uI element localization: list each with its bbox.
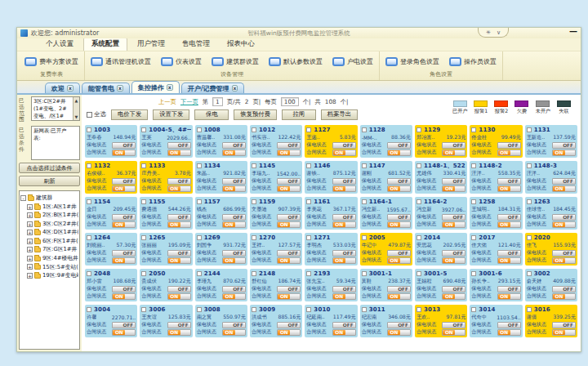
card-checkbox[interactable] — [416, 235, 421, 240]
expand-icon[interactable]: + — [27, 256, 33, 261]
select-all-checkbox[interactable] — [87, 112, 92, 118]
card-checkbox[interactable] — [362, 307, 367, 312]
power-protect-toggle[interactable]: OFF — [167, 178, 191, 185]
switch-status-toggle[interactable]: ON — [552, 329, 576, 336]
power-protect-toggle[interactable]: OFF — [497, 178, 521, 185]
document-tab[interactable]: 开户/记费管理 x — [181, 83, 245, 93]
next-page-link[interactable]: 下一页 — [180, 98, 198, 106]
switch-status-toggle[interactable]: ON — [387, 150, 411, 156]
card-checkbox[interactable] — [306, 271, 311, 276]
chevron-down-icon[interactable]: ∨ — [497, 29, 501, 36]
meter-card[interactable]: 3001-5 王娟程 690.48元 保电状态 OFF 合闸状态 ON — [415, 269, 467, 301]
switch-status-toggle[interactable]: ON — [277, 221, 301, 228]
meter-card[interactable]: 3014 代奇中 1103.54.. 保电状态 OFF 合闸状态 ON — [470, 305, 522, 337]
meter-card[interactable]: 3010 纪延南.. 117.49元 保电状态 OFF 合闸状态 ON — [305, 305, 357, 337]
style-icon[interactable]: ✳ — [486, 29, 491, 36]
card-checkbox[interactable] — [197, 199, 202, 204]
expand-icon[interactable]: + — [27, 273, 33, 279]
meter-card[interactable]: 3016 谢倩 339.25元 保电状态 OFF 合闸状态 ON — [525, 305, 577, 337]
card-checkbox[interactable] — [471, 163, 476, 168]
selected-range-listbox[interactable]: ▲ ▼ 3区:C区2#井(1#变电、2#变电、/区1# — [31, 96, 80, 121]
meter-card[interactable]: 1263 佳球雪.. 184.45元 保电状态 OFF 合闸状态 ON — [525, 197, 577, 230]
listbox-scrollbar[interactable]: ▲ ▼ — [73, 97, 79, 120]
switch-status-toggle[interactable]: ON — [332, 150, 356, 156]
power-protect-toggle[interactable]: OFF — [222, 322, 246, 328]
ribbon-button[interactable]: 默认参数设置 — [267, 56, 324, 67]
switch-status-toggle[interactable]: ON — [277, 185, 301, 192]
power-protect-toggle[interactable]: OFF — [277, 142, 301, 149]
action-button[interactable]: 电价下发 — [111, 109, 148, 120]
ribbon-button[interactable]: 仪表设置 — [159, 56, 203, 67]
power-protect-toggle[interactable]: OFF — [552, 142, 576, 149]
power-protect-toggle[interactable]: OFF — [442, 250, 466, 257]
card-checkbox[interactable] — [416, 307, 421, 312]
card-checkbox[interactable] — [87, 127, 91, 132]
switch-status-toggle[interactable]: ON — [332, 221, 356, 228]
switch-status-toggle[interactable]: ON — [112, 329, 136, 336]
switch-status-toggle[interactable]: ON — [387, 293, 411, 300]
tree-item[interactable]: + 15区:5#变站(3# — [20, 263, 78, 272]
meter-card[interactable]: 3009 洪成书 885.16元 保电状态 OFF 合闸状态 ON — [250, 305, 302, 337]
menu-tab[interactable]: 系统配置 — [83, 38, 127, 51]
card-checkbox[interactable] — [527, 235, 532, 240]
switch-status-toggle[interactable]: ON — [112, 150, 136, 156]
card-checkbox[interactable] — [141, 307, 146, 312]
meter-card[interactable]: 3008 南之翼 550.97元 保电状态 OFF 合闸状态 ON — [195, 305, 247, 337]
meter-card[interactable]: 2048 郑小雷 108.68元 保电状态 OFF 合闸状态 ON — [85, 269, 137, 301]
switch-status-toggle[interactable]: ON — [167, 293, 191, 300]
card-checkbox[interactable] — [252, 235, 256, 240]
switch-status-toggle[interactable]: ON — [112, 293, 136, 300]
meter-card[interactable]: 3001-6 孙长争.. 293.15元 保电状态 OFF 合闸状态 ON — [470, 269, 522, 301]
tree-item[interactable]: + 3区:C区2#井(1# — [20, 220, 78, 229]
meter-card[interactable]: 1146 谢铁.. 875.12元 保电状态 OFF 合闸状态 ON — [305, 161, 357, 194]
meter-card[interactable]: 2050 贵成伏 190.22元 保电状态 OFF 合闸状态 ON — [140, 269, 192, 301]
meter-card[interactable]: 1148-3 汪洋.. 624.84元 保电状态 OFF 合闸状态 ON — [525, 161, 577, 194]
power-protect-toggle[interactable]: OFF — [222, 250, 246, 257]
switch-status-toggle[interactable]: ON — [332, 257, 356, 264]
switch-status-toggle[interactable]: ON — [222, 185, 246, 192]
ribbon-button[interactable]: 户电设置 — [331, 56, 375, 67]
expand-icon[interactable]: + — [27, 247, 33, 252]
meter-card[interactable]: 1270 王祥.. 127.57元 保电状态 OFF 合闸状态 ON — [250, 233, 302, 266]
switch-status-toggle[interactable]: ON — [497, 150, 521, 156]
close-icon[interactable]: x — [232, 85, 238, 92]
switch-status-toggle[interactable]: ON — [277, 329, 301, 336]
switch-status-toggle[interactable]: ON — [332, 329, 356, 336]
tree-item[interactable]: + 6区:F区1#井(F区 — [20, 237, 78, 246]
power-protect-toggle[interactable]: OFF — [167, 214, 191, 221]
document-tab[interactable]: 集控操作 x — [131, 81, 180, 93]
card-checkbox[interactable] — [362, 271, 367, 276]
power-protect-toggle[interactable]: OFF — [552, 214, 576, 221]
power-protect-toggle[interactable]: OFF — [112, 178, 136, 185]
meter-card[interactable]: 1008 曹温馨.. 331.08元 保电状态 OFF 合闸状态 ON — [195, 125, 247, 158]
meter-card[interactable]: 1164-2 冯立新 3927.06.. 保电状态 OFF 合闸状态 ON — [415, 197, 467, 230]
scroll-up-icon[interactable]: ▲ — [75, 98, 78, 103]
switch-status-toggle[interactable]: ON — [277, 257, 301, 264]
switch-status-toggle[interactable]: ON — [222, 293, 246, 300]
meter-card[interactable]: 1164-1 冯立新.. 1595.67.. 保电状态 OFF 合闸状态 ON — [360, 197, 412, 230]
meter-card[interactable]: 1269 刘国争 931.72元 保电状态 OFF 合闸状态 ON — [195, 233, 247, 266]
card-checkbox[interactable] — [87, 271, 91, 276]
card-checkbox[interactable] — [252, 127, 256, 132]
power-protect-toggle[interactable]: OFF — [167, 286, 191, 292]
switch-status-toggle[interactable]: ON — [387, 329, 411, 336]
switch-status-toggle[interactable]: ON — [167, 221, 191, 228]
card-checkbox[interactable] — [141, 163, 146, 168]
card-checkbox[interactable] — [197, 271, 202, 276]
card-checkbox[interactable] — [527, 199, 532, 204]
power-protect-toggle[interactable]: OFF — [387, 142, 411, 149]
per-page-input[interactable]: 100 — [281, 97, 299, 106]
meter-card[interactable]: 1004-5、4#一 王英 2029.66.. 保电状态 OFF 合闸状态 ON — [140, 125, 192, 158]
power-protect-toggle[interactable]: OFF — [332, 142, 356, 149]
card-checkbox[interactable] — [252, 199, 256, 204]
card-checkbox[interactable] — [87, 235, 91, 240]
power-protect-toggle[interactable]: OFF — [497, 322, 521, 328]
power-protect-toggle[interactable]: OFF — [442, 178, 466, 185]
meter-card[interactable]: 2144 李瑾九 870.62元 保电状态 OFF 合闸状态 ON — [195, 269, 247, 301]
meter-card[interactable]: 1128 -MM-.. 88.36元 保电状态 OFF 合闸状态 ON — [360, 125, 412, 158]
meter-card[interactable]: 1161 李美花 367.17元 保电状态 OFF 合闸状态 ON — [305, 197, 357, 230]
meter-card[interactable]: 1271 李明杰 533.03元 保电状态 OFF 合闸状态 ON — [305, 233, 357, 266]
meter-card[interactable]: 2148 舒红仙 186.74元 保电状态 OFF 合闸状态 ON — [250, 269, 302, 301]
meter-card[interactable]: 1127 王递.. 5.83元 保电状态 OFF 合闸状态 ON — [305, 125, 357, 158]
page-number-input[interactable]: 1 — [212, 97, 223, 106]
